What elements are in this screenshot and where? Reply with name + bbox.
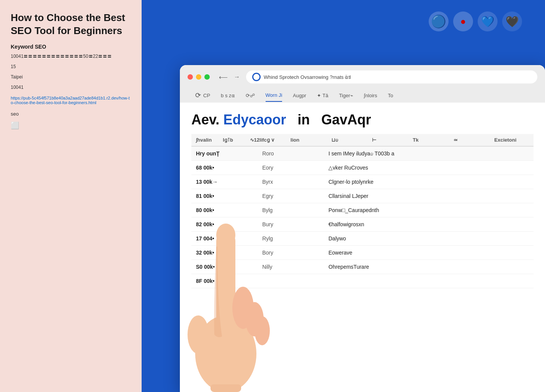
tab-cp-label: ⟳: [195, 91, 201, 100]
svg-rect-8: [210, 384, 241, 392]
forward-button[interactable]: →: [232, 73, 242, 82]
sidebar-meta-line4: 10041: [11, 84, 131, 91]
th-socket: ⊔⍦: [331, 137, 366, 143]
sidebar-meta-line1: 10041〓〓〓〓〓〓〓〓〓〓〓〓〓50〓22〓〓〓: [11, 53, 131, 60]
tab-tiger-label: Tiger⌁: [339, 93, 353, 98]
address-bar[interactable]: Whind Sprotech Ovsarrowing ?rnats α̈tl: [246, 70, 537, 83]
th-wave: ≃: [454, 137, 488, 143]
sidebar-meta-line3: Taipei: [11, 74, 131, 81]
sidebar-meta-line2: 15: [11, 63, 131, 70]
tab-bsz-label: b s z⍺: [221, 93, 235, 98]
content-title-part3: in: [297, 112, 310, 127]
hand-svg: [172, 170, 279, 392]
address-text: Whind Sprotech Ovsarrowing ?rnats α̈tl: [264, 74, 531, 80]
tab-augpr-label: Augpr: [293, 93, 306, 98]
table-header: ∫hvalin lɡ⊺b ∿12lifcɡ ∨ lion ⊔⍦ ⊢ Tk ≃ E…: [191, 134, 534, 147]
tab-ta-label: ✦ Tā: [317, 93, 328, 98]
row-1-keyword: Clgner-lo ptolynrke: [328, 179, 529, 185]
tab-tiger[interactable]: Tiger⌁: [339, 93, 353, 101]
th-lion: lion: [290, 137, 325, 143]
content-title-part2: Edycaoor: [223, 112, 286, 127]
browser-top-row: ⟵ → Whind Sprotech Ovsarrowing ?rnats α̈…: [188, 70, 537, 83]
tab-to[interactable]: To: [388, 93, 393, 101]
tab-worm[interactable]: Worn Ji: [266, 92, 282, 102]
row-3-keyword: Ponw□_Caurapednth: [328, 207, 529, 213]
content-title: Aev. Edycaoor in GavAqr: [191, 112, 534, 128]
th-tk: Tk: [413, 137, 447, 143]
th-hvalin[interactable]: ∫hvalin: [196, 137, 217, 143]
th-lgtb[interactable]: lɡ⊺b: [223, 137, 243, 143]
sidebar-title: How to Choose the Best SEO Tool for Begi…: [11, 11, 131, 38]
top-icon-3: 💙: [478, 11, 498, 31]
subheader-col1: Hry ounŢ: [196, 150, 256, 157]
traffic-lights: [188, 74, 210, 80]
row-0-keyword: △vker RuCroves: [328, 165, 529, 171]
table-subheader: Hry ounŢ Roro I sem IMey iludya⍦ T003b a: [191, 147, 534, 161]
row-6-keyword: Eowerave: [328, 250, 529, 256]
tab-to-label: To: [388, 93, 393, 98]
top-icon-2: ●: [453, 11, 473, 31]
tab-augpr[interactable]: Augpr: [293, 93, 306, 101]
top-icons-group: 🔵 ● 💙 🖤: [429, 11, 522, 31]
row-7-keyword: OhrepemsTurare: [328, 264, 529, 270]
sidebar-url: https://pub-5c454f571b8e40a3a2aad27ade84…: [11, 96, 131, 105]
row-5-keyword: Dalywo: [328, 235, 529, 242]
traffic-light-red[interactable]: [188, 74, 193, 80]
tab-cp[interactable]: ⟳ CP: [195, 91, 210, 103]
content-title-part4: GavAqr: [321, 112, 371, 127]
sidebar: How to Choose the Best SEO Tool for Begi…: [0, 0, 142, 392]
sidebar-icon-square: ⬜: [11, 121, 131, 130]
sidebar-tag: seo: [11, 111, 131, 117]
back-button[interactable]: ⟵: [217, 73, 230, 82]
row-2-keyword: Cllarsinal LJeper: [328, 193, 529, 199]
sidebar-keyword: Keyword SEO: [11, 44, 131, 50]
th-excietoni: Excietoni: [494, 137, 529, 143]
traffic-light-yellow[interactable]: [196, 74, 201, 80]
hand-overlay: [172, 170, 279, 392]
tab-bsz[interactable]: b s z⍺: [221, 93, 235, 101]
browser-loading-icon: [252, 73, 261, 81]
tab-cp-text: CP: [203, 93, 210, 98]
tab-nloirs[interactable]: ∫nloirs: [364, 93, 377, 101]
svg-point-6: [255, 316, 270, 345]
browser-chrome: ⟵ → Whind Sprotech Ovsarrowing ?rnats α̈…: [180, 65, 545, 103]
tab-sr-icon: ⟳☍: [246, 93, 255, 98]
subheader-col3: I sem IMey iludya⍦ T003b a: [328, 150, 529, 157]
th-12lifcg[interactable]: ∿12lifcɡ ∨: [250, 137, 284, 143]
th-dash: ⊢: [372, 137, 406, 143]
top-icon-4: 🖤: [502, 11, 522, 31]
svg-point-1: [188, 315, 209, 354]
tab-bar: ⟳ CP b s z⍺ ⟳☍ Worn Ji Augpr ✦ Tā: [188, 87, 537, 103]
tab-ta[interactable]: ✦ Tā: [317, 93, 328, 101]
tab-sr[interactable]: ⟳☍: [246, 93, 255, 101]
traffic-light-green[interactable]: [204, 74, 210, 80]
tab-nloirs-label: ∫nloirs: [364, 93, 377, 98]
nav-buttons: ⟵ →: [217, 73, 242, 82]
main-area: 🔵 ● 💙 🖤 ⟵ →: [142, 0, 545, 392]
content-title-part1: Aev.: [191, 112, 219, 127]
svg-point-3: [216, 224, 235, 247]
top-icon-1: 🔵: [429, 11, 449, 31]
row-4-keyword: €halfowigrosxn: [328, 221, 529, 227]
tab-worm-label: Worn Ji: [266, 92, 282, 98]
subheader-col2: Roro: [262, 150, 322, 157]
